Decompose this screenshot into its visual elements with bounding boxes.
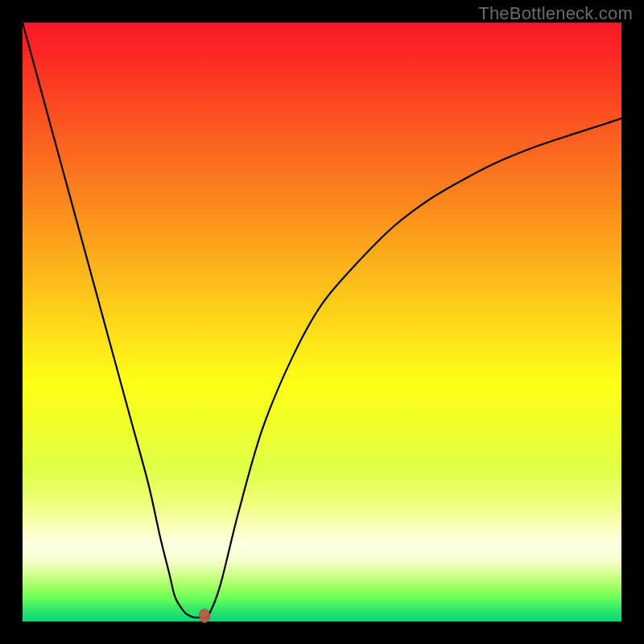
- chart-frame: TheBottleneck.com: [0, 0, 644, 644]
- minimum-marker: [199, 609, 210, 623]
- watermark-text: TheBottleneck.com: [478, 3, 633, 24]
- bottleneck-curve: [23, 23, 621, 618]
- curve-svg: [23, 23, 621, 621]
- plot-area: [23, 23, 621, 621]
